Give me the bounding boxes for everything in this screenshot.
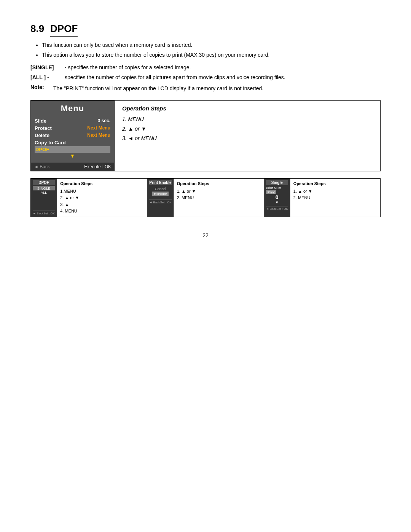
pe-title: Print Enable: [149, 180, 171, 185]
all-key: [ALL ] -: [30, 73, 65, 81]
pe-screen-bottom: ◄ Back Set : OK: [149, 200, 171, 204]
dpof-screen: DPOF SINGLE ALL ◄ Back Set : OK: [31, 179, 57, 217]
menu-item-delete: Delete: [35, 133, 49, 138]
single-label: [SINGLE] - specifies the number of copie…: [30, 63, 381, 72]
main-diagram: Menu Slide 3 sec. Protect Next Menu Dele…: [30, 100, 381, 171]
single-op-steps: Operation Steps 1. ▲ or ▼ 2. MENU: [290, 179, 329, 217]
section-title: DPOF: [50, 23, 78, 37]
op-step-2: 2. ▲ or ▼: [122, 124, 373, 134]
dpof-op-steps: Operation Steps 1.MENU 2. ▲ or ▼ 3. ▲ 4.…: [57, 179, 96, 217]
note-row: Note: The "PRINT" function will not appe…: [30, 84, 381, 93]
pe-cancel: Cancel: [155, 187, 166, 191]
single-screen-bottom: ◄ Back Set : OK: [266, 206, 288, 211]
menu-val-slide: 3 sec.: [98, 118, 110, 123]
menu-val-delete: Next Menu: [87, 133, 110, 138]
op-steps-list: 1. MENU 2. ▲ or ▼ 3. ◄ or MENU: [122, 115, 373, 144]
pe-execute: Execute: [152, 192, 168, 196]
menu-item-copy: Copy to Card: [35, 140, 66, 145]
single-print: Print: [266, 190, 277, 194]
single-set: Set : OK: [277, 207, 288, 211]
menu-title: Menu: [31, 101, 114, 116]
pe-set: Set : OK: [160, 201, 171, 204]
single-screen: Single Print Num Print 0 ▼ ◄ Back Set : …: [264, 179, 290, 217]
menu-item-dpof: DPOF: [35, 147, 49, 152]
pe-back: ◄ Back: [149, 201, 160, 204]
menu-row-copy: Copy to Card: [35, 139, 110, 146]
single-key: [SINGLE]: [30, 63, 65, 72]
section-heading: 8.9 DPOF: [30, 23, 381, 35]
single-desc: - specifies the number of copies for a s…: [65, 63, 191, 72]
dpof-single: SINGLE: [33, 186, 55, 190]
small-section-print-enable: Print Enable Cancel Execute ◄ Back Set :…: [147, 179, 264, 217]
bullet-list: This function can only be used when a me…: [42, 41, 381, 59]
single-step-1: 1. ▲ or ▼: [293, 188, 326, 195]
pe-op-title: Operation Steps: [177, 181, 209, 187]
section-number: 8.9: [30, 23, 44, 34]
bullet-1: This function can only be used when a me…: [42, 41, 381, 49]
menu-item-slide: Slide: [35, 118, 46, 124]
menu-row-delete: Delete Next Menu: [35, 132, 110, 139]
pe-step-1: 1. ▲ or ▼: [177, 188, 209, 195]
page-number: 22: [30, 232, 381, 238]
small-diagram-row: DPOF SINGLE ALL ◄ Back Set : OK Operatio…: [30, 178, 381, 217]
op-step-3: 3. ◄ or MENU: [122, 134, 373, 143]
single-row-print: Print: [266, 190, 288, 194]
menu-execute-label: Execute : OK: [84, 164, 111, 169]
note-desc: The "PRINT" function will not appear on …: [53, 84, 263, 93]
all-label: [ALL ] - specifies the number of copies …: [30, 73, 381, 81]
dpof-all: ALL: [41, 190, 47, 195]
dpof-screen-bottom: ◄ Back Set : OK: [33, 211, 55, 215]
single-val: 0: [276, 194, 279, 200]
op-steps-title: Operation Steps: [122, 105, 373, 112]
small-section-dpof: DPOF SINGLE ALL ◄ Back Set : OK Operatio…: [31, 179, 147, 217]
op-steps-main: Operation Steps 1. MENU 2. ▲ or ▼ 3. ◄ o…: [115, 101, 380, 171]
menu-items: Slide 3 sec. Protect Next Menu Delete Ne…: [31, 116, 114, 161]
dpof-step-3: 3. ▲: [60, 201, 92, 208]
single-row-printnum: Print Num: [266, 186, 288, 190]
single-op-title: Operation Steps: [293, 181, 326, 187]
dpof-screen-title: DPOF: [33, 180, 55, 185]
single-step-2: 2. MENU: [293, 195, 326, 201]
dpof-set: Set : OK: [43, 212, 55, 215]
menu-back-label: ◄ Back: [34, 164, 50, 169]
dpof-op-title: Operation Steps: [60, 181, 92, 187]
op-step-1: 1. MENU: [122, 115, 373, 124]
dpof-step-4: 4. MENU: [60, 208, 92, 215]
all-desc: specifies the number of copies for all p…: [65, 73, 285, 81]
menu-row-slide: Slide 3 sec.: [35, 117, 110, 125]
menu-val-protect: Next Menu: [87, 125, 110, 131]
note-key: Note:: [30, 84, 53, 90]
menu-item-protect: Protect: [35, 125, 52, 131]
single-arrow-down: ▼: [275, 200, 279, 204]
pe-op-steps: Operation Steps 1. ▲ or ▼ 2. MENU: [174, 179, 212, 217]
menu-screen: Menu Slide 3 sec. Protect Next Menu Dele…: [31, 101, 115, 171]
menu-bottom-bar: ◄ Back Execute : OK: [31, 163, 114, 171]
single-title: Single: [266, 180, 288, 185]
dpof-back: ◄ Back: [33, 212, 43, 215]
menu-row-dpof: DPOF: [35, 146, 110, 153]
small-section-single: Single Print Num Print 0 ▼ ◄ Back Set : …: [264, 179, 380, 217]
dpof-step-2: 2. ▲ or ▼: [60, 195, 92, 201]
menu-row-protect: Protect Next Menu: [35, 125, 110, 132]
single-back: ◄ Back: [266, 207, 277, 211]
dpof-step-1: 1.MENU: [60, 188, 92, 195]
print-enable-screen: Print Enable Cancel Execute ◄ Back Set :…: [147, 179, 174, 217]
single-print-num: Print Num: [266, 186, 281, 190]
pe-step-2: 2. MENU: [177, 195, 209, 201]
menu-arrow: ▼: [35, 153, 110, 159]
bullet-2: This option allows you to store the numb…: [42, 51, 381, 59]
